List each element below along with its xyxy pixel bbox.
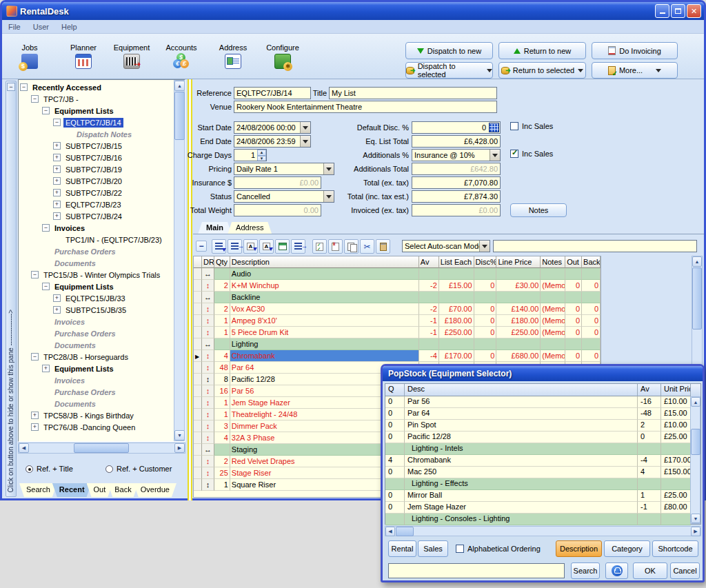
cell-list-each[interactable]: £15.00 [439, 280, 474, 292]
cell-unit-price[interactable]: £10.00 [661, 396, 691, 408]
tree-hscroll-thumb[interactable] [74, 443, 129, 453]
tree-item[interactable]: Purchase Orders [20, 245, 173, 257]
tree-toggle-icon[interactable] [31, 271, 39, 278]
tree-item-label[interactable]: SUBTPC7/JB/16 [63, 153, 124, 163]
drag-handle-icon[interactable] [202, 338, 214, 350]
checklist-green-icon[interactable] [312, 239, 327, 254]
table-row[interactable]: 2 K+M Winchup -2 £15.00 0 £30.00 (Memo) … [194, 280, 601, 292]
nav-jobs[interactable]: Jobs [8, 43, 52, 70]
calculator-icon[interactable] [489, 123, 499, 132]
cell-unit-price[interactable]: £170.00 [661, 455, 691, 467]
cell-description[interactable]: Chromabank [230, 350, 419, 362]
cell-line-price[interactable]: £680.00 [496, 350, 541, 362]
cell-av[interactable]: 0 [638, 432, 661, 443]
tree-horizontal-scrollbar[interactable]: ◀ ▶ [18, 443, 185, 454]
drag-handle-icon[interactable] [202, 268, 214, 280]
order-button[interactable]: Description [556, 540, 602, 557]
collapse-grid-button[interactable]: − [196, 241, 207, 252]
cut-icon[interactable]: ✂ [360, 239, 374, 254]
return-to-selected-button[interactable]: Return to selected [498, 62, 586, 79]
popstock-hscroll-thumb[interactable] [396, 527, 414, 536]
row-selector-cell[interactable] [194, 280, 202, 292]
scroll-up-icon[interactable]: ▲ [691, 397, 700, 407]
drag-handle-icon[interactable] [202, 444, 214, 456]
order-button[interactable]: Category [604, 540, 650, 557]
tree-item[interactable]: SUBTPC7/JB/24 [20, 210, 173, 222]
cell-notes[interactable]: (Memo) [541, 303, 565, 315]
insert-line-icon[interactable] [228, 239, 242, 254]
cell-av[interactable]: -16 [638, 396, 661, 408]
col-back[interactable]: Back [582, 256, 601, 268]
cell-qty[interactable]: 2 [214, 303, 230, 315]
tree-item-label[interactable]: Purchase Orders [52, 329, 118, 338]
col-desc[interactable]: Desc [405, 384, 638, 396]
tree-toggle-icon[interactable] [53, 142, 61, 150]
popstock-horizontal-scrollbar[interactable]: ◀ ▶ [385, 526, 701, 536]
cell-unit-price[interactable]: £25.00 [661, 490, 691, 502]
cell-av[interactable]: -2 [419, 303, 439, 315]
col-line-price[interactable]: Line Price [496, 256, 541, 268]
cell-q[interactable]: 0 [385, 432, 405, 443]
tree-item[interactable]: Equipment Lists [20, 281, 173, 292]
col-dr[interactable] [202, 256, 214, 268]
row-selector-cell[interactable] [194, 303, 202, 315]
cell-desc[interactable]: Pacific 12/28 [405, 432, 638, 443]
drag-handle-icon[interactable] [202, 315, 214, 327]
cell-qty[interactable]: 4 [214, 432, 230, 444]
cell-desc[interactable]: Par 64 [405, 408, 638, 420]
checklist-red-icon[interactable] [328, 239, 343, 254]
cell-unit-price[interactable] [661, 443, 691, 455]
cell-list-each[interactable]: £250.00 [439, 327, 474, 338]
cell-notes[interactable]: (Memo) [541, 350, 565, 362]
tree-toggle-icon[interactable] [42, 224, 50, 232]
cell-desc[interactable]: Mac 250 [405, 467, 638, 478]
cell-disc[interactable] [474, 292, 497, 303]
cell-notes[interactable]: (Memo) [541, 315, 565, 327]
cell-back[interactable]: 0 [582, 327, 601, 338]
dropdown-arrow-icon[interactable] [323, 163, 334, 174]
return-to-new-button[interactable]: Return to new [498, 42, 586, 59]
cell-back[interactable] [582, 292, 601, 303]
drag-handle-icon[interactable] [202, 327, 214, 338]
tree-toggle-icon[interactable] [53, 294, 61, 302]
status-select[interactable]: Cancelled [234, 190, 334, 203]
tree-item-label[interactable]: Recently Accessed [30, 83, 103, 92]
cell-description[interactable]: Vox AC30 [230, 303, 419, 315]
tree-item-label[interactable]: TPC7/JB - [41, 94, 81, 104]
stock-row[interactable]: Lighting - Effects [385, 478, 700, 490]
cell-notes[interactable] [541, 292, 565, 303]
tree-toggle-icon[interactable] [53, 154, 61, 161]
table-row[interactable]: 1 Ampeg 8'x10' -1 £180.00 0 £180.00 (Mem… [194, 315, 601, 327]
col-av[interactable]: Av [419, 256, 439, 268]
tree-item[interactable]: SUBTPC7/JB/22 [20, 187, 173, 199]
cell-q[interactable] [385, 478, 405, 490]
cell-back[interactable]: 0 [582, 315, 601, 327]
checkbox-icon[interactable] [456, 545, 464, 553]
tree-item-label[interactable]: Equipment Lists [52, 282, 116, 292]
sort-a-down-alt-icon[interactable]: A [259, 239, 274, 254]
do-invoicing-button[interactable]: Do Invoicing [592, 42, 678, 59]
cell-list-each[interactable]: £180.00 [439, 315, 474, 327]
cell-av[interactable]: -1 [638, 502, 661, 514]
cell-disc[interactable]: 0 [474, 315, 497, 327]
tree-toggle-icon[interactable] [31, 353, 39, 361]
stock-row[interactable]: 0 Pin Spot 2 £10.00 [385, 420, 700, 432]
tree-item[interactable]: SUBTPC7/JB/20 [20, 175, 173, 187]
tree-item-label[interactable]: EQLTPC15/JB/33 [63, 294, 128, 303]
table-row[interactable]: Backline [194, 292, 601, 303]
tree-toggle-icon[interactable] [42, 107, 50, 114]
radio-icon[interactable] [105, 465, 113, 473]
tree-item[interactable]: SUBTPC15/JB/35 [20, 304, 173, 316]
dropdown-arrow-icon[interactable] [300, 122, 310, 133]
row-selector-cell[interactable] [194, 362, 202, 374]
stock-row[interactable]: 0 Par 56 -16 £10.00 [385, 396, 700, 408]
cell-qty[interactable]: 1 [214, 409, 230, 420]
row-selector-cell[interactable] [194, 338, 202, 350]
dropdown-arrow-icon[interactable] [300, 136, 310, 147]
tree-item[interactable]: Equipment Lists [20, 105, 173, 116]
cell-q[interactable]: 0 [385, 467, 405, 478]
tree-toggle-icon[interactable] [53, 119, 61, 126]
tree-item-label[interactable]: Documents [52, 341, 98, 350]
cell-unit-price[interactable]: £10.00 [661, 420, 691, 432]
cancel-button[interactable]: Cancel [670, 562, 700, 579]
